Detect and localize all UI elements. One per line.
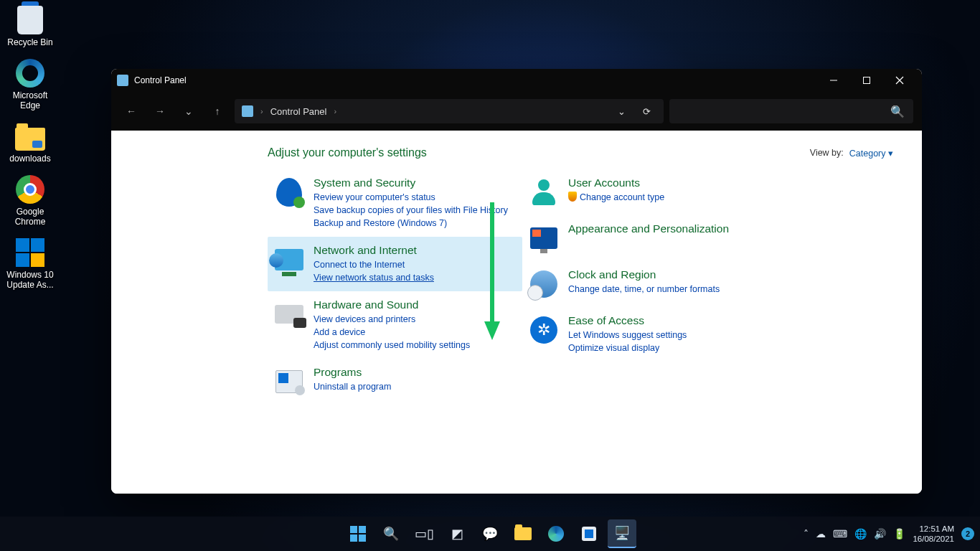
volume-icon[interactable]: 🔊 [874,528,886,540]
taskbar-search-button[interactable]: 🔍 [377,519,405,548]
desktop-icon-chrome[interactable]: Google Chrome [3,174,57,227]
nav-back-button[interactable]: ← [120,100,143,123]
desktop-icon-edge[interactable]: Microsoft Edge [3,57,57,110]
category-link[interactable]: Save backup copies of your files with Fi… [314,204,508,217]
clock-time: 12:51 AM [913,524,954,534]
user-accounts-icon [528,176,560,208]
address-bar[interactable]: › Control Panel › ⌄ ⟳ [235,99,664,123]
close-button[interactable] [883,69,916,92]
desktop-icons: Recycle Bin Microsoft Edge downloads Goo… [3,4,60,300]
nav-up-button[interactable]: ↑ [206,100,229,123]
category-link[interactable]: View devices and printers [314,313,470,326]
chat-icon: 💬 [482,526,498,542]
page-heading: Adjust your computer's settings [268,146,427,159]
chevron-right-icon: › [334,107,336,116]
category-link[interactable]: Adjust commonly used mobility settings [314,339,470,352]
category-system-security: System and SecurityReview your computer'… [268,169,522,237]
control-panel-window: Control Panel ← → ⌄ ↑ › Control Panel › … [111,69,922,494]
edge-icon [16,59,44,88]
taskbar: 🔍 ▭▯ ◩ 💬 🖥️ ˄ ☁ ⌨ 🌐 🔊 🔋 12:51 AM 16/08/2… [0,517,980,551]
desktop-icon-label: downloads [3,154,57,164]
category-heading[interactable]: Programs [314,366,391,379]
category-link[interactable]: Uninstall a program [314,380,391,393]
category-heading[interactable]: User Accounts [568,176,664,189]
battery-icon[interactable]: 🔋 [893,528,905,540]
category-link[interactable]: Change date, time, or number formats [568,283,720,296]
control-panel-icon: 🖥️ [614,525,630,541]
desktop-icon-label: Microsoft Edge [3,90,57,110]
titlebar[interactable]: Control Panel [111,69,922,92]
category-appearance-personalization: Appearance and Personalization [522,215,777,261]
windows-start-icon [350,526,366,542]
category-link[interactable]: Review your computer's status [314,191,508,204]
notification-badge[interactable]: 2 [961,527,974,540]
chrome-icon [16,175,44,204]
category-heading[interactable]: Network and Internet [314,244,434,257]
store-icon [582,527,596,541]
search-icon: 🔍 [383,526,399,542]
tray-overflow-button[interactable]: ˄ [804,528,809,540]
taskbar-store[interactable] [575,519,603,548]
category-heading[interactable]: Ease of Access [568,314,687,327]
taskbar-control-panel[interactable]: 🖥️ [608,519,636,548]
taskbar-explorer[interactable] [509,519,537,548]
clock-region-icon [528,268,560,300]
task-view-button[interactable]: ▭▯ [410,519,438,548]
category-user-accounts: User AccountsChange account type [522,169,777,215]
desktop-icon-label: Windows 10 Update As... [3,270,57,290]
desktop-icon-downloads[interactable]: downloads [3,121,57,164]
nav-recent-button[interactable]: ⌄ [177,100,200,123]
breadcrumb-item[interactable]: Control Panel [270,106,327,117]
system-tray: ˄ ☁ ⌨ 🌐 🔊 🔋 12:51 AM 16/08/2021 2 [804,524,974,544]
desktop-icon-label: Recycle Bin [3,37,57,47]
ease-of-access-icon: ✲ [528,314,560,346]
category-link[interactable]: Optimize visual display [568,342,687,354]
maximize-button[interactable] [850,69,883,92]
desktop-icon-recycle-bin[interactable]: Recycle Bin [3,4,57,47]
programs-icon [273,366,305,397]
category-link[interactable]: Let Windows suggest settings [568,329,687,342]
category-heading[interactable]: System and Security [314,176,508,189]
address-dropdown-button[interactable]: ⌄ [612,106,631,117]
view-by-label: View by: [810,148,844,158]
appearance-personalization-icon [528,222,560,254]
taskbar-center: 🔍 ▭▯ ◩ 💬 🖥️ [344,519,636,548]
category-link[interactable]: Backup and Restore (Windows 7) [314,217,508,230]
nav-forward-button[interactable]: → [149,100,171,123]
view-by-dropdown[interactable]: Category ▾ [849,148,893,159]
refresh-button[interactable]: ⟳ [637,106,656,117]
minimize-button[interactable] [817,69,850,92]
folder-icon [15,128,45,151]
clock-date: 16/08/2021 [913,534,954,544]
svg-rect-1 [864,77,870,84]
network-icon[interactable]: 🌐 [854,528,867,540]
chat-button[interactable]: 💬 [476,519,504,548]
view-by: View by: Category ▾ [810,148,893,159]
taskbar-edge[interactable] [542,519,570,548]
onedrive-icon[interactable]: ☁ [816,528,826,540]
category-link[interactable]: Add a device [314,326,470,339]
categories-right: User AccountsChange account typeAppearan… [522,169,777,405]
category-heading[interactable]: Clock and Region [568,268,720,281]
control-panel-icon [242,105,253,117]
window-title: Control Panel [134,75,187,85]
categories-left: System and SecurityReview your computer'… [268,169,522,405]
category-clock-region: Clock and RegionChange date, time, or nu… [522,261,777,307]
widgets-button[interactable]: ◩ [443,519,471,548]
category-ease-of-access: ✲Ease of AccessLet Windows suggest setti… [522,307,777,362]
category-link[interactable]: View network status and tasks [314,271,434,284]
folder-icon [514,527,532,540]
start-button[interactable] [344,519,372,548]
category-heading[interactable]: Appearance and Personalization [568,222,729,235]
keyboard-icon[interactable]: ⌨ [833,528,847,540]
shield-icon [568,192,577,202]
desktop-icon-win10-update[interactable]: Windows 10 Update As... [3,237,57,290]
network-internet-icon [273,244,305,276]
search-input[interactable]: 🔍 [669,99,913,123]
content-area: Adjust your computer's settings View by:… [111,131,922,494]
task-view-icon: ▭▯ [415,526,434,542]
category-link[interactable]: Connect to the Internet [314,258,434,271]
category-heading[interactable]: Hardware and Sound [314,298,470,311]
taskbar-clock[interactable]: 12:51 AM 16/08/2021 [913,524,954,544]
category-link[interactable]: Change account type [568,191,664,204]
